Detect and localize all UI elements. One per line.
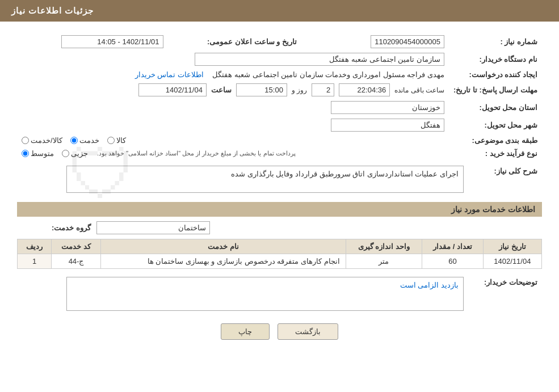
button-row: بازگشت چاپ — [17, 323, 542, 340]
buyer-name-value: سازمان تامین اجتماعی شعبه هفتگل — [195, 53, 444, 66]
row-date: 1402/11/04 — [483, 254, 541, 269]
radio-partial-input[interactable] — [62, 150, 69, 157]
buyer-notes-value: بازدید الزامی است — [400, 281, 459, 289]
creator-value: مهدی فراجه مسئول امورداری وخدمات سازمان … — [212, 70, 444, 79]
row-code: ج-44 — [52, 254, 101, 269]
col-code: کد خدمت — [52, 239, 101, 254]
row-unit: متر — [346, 254, 422, 269]
category-radio-group: کالا/خدمت خدمت کالا — [22, 136, 444, 145]
city-label: شهر محل تحویل: — [449, 116, 542, 134]
announce-date-value: 1402/11/01 - 14:05 — [61, 35, 163, 48]
col-name: نام خدمت — [101, 239, 346, 254]
row-number: 1 — [18, 254, 52, 269]
col-unit: واحد اندازه گیری — [346, 239, 422, 254]
buyer-notes-box: بازدید الزامی است — [66, 277, 464, 311]
radio-goods-input[interactable] — [107, 137, 115, 144]
row-count: 60 — [422, 254, 484, 269]
back-button[interactable]: بازگشت — [278, 323, 338, 340]
purchase-type-radio-group: متوسط جزیی — [22, 149, 88, 158]
table-row: 1402/11/04 60 متر انجام کارهای متفرقه در… — [18, 254, 542, 269]
radio-goods-service-input[interactable] — [22, 137, 29, 144]
need-number-value: 1102090454000005 — [371, 35, 444, 48]
purchase-type-label: نوع فرآیند خرید : — [449, 147, 542, 160]
page-title: جزئیات اطلاعات نیاز — [11, 6, 94, 15]
description-value: اجرای عملیات استانداردسازی اتاق سرورطبق … — [66, 166, 464, 193]
service-group-row: گروه خدمت: ساختمان — [17, 221, 542, 234]
print-button[interactable]: چاپ — [221, 323, 270, 340]
remaining-time-value: 22:04:36 — [339, 83, 390, 96]
announce-date-label: تاریخ و ساعت اعلان عمومی: — [168, 33, 301, 50]
page-header: جزئیات اطلاعات نیاز — [0, 0, 559, 22]
remaining-day-value: 2 — [312, 83, 334, 96]
province-value: خوزستان — [331, 101, 444, 114]
radio-medium: متوسط — [22, 149, 54, 158]
creator-label: ایجاد کننده درخواست: — [449, 68, 542, 81]
radio-service-label: خدمت — [79, 136, 99, 145]
radio-medium-label: متوسط — [31, 149, 54, 158]
deadline-time-label: ساعت — [211, 86, 232, 94]
radio-goods: کالا — [107, 136, 126, 145]
purchase-notice: پرداخت تمام یا بخشی از مبلغ خریدار از مح… — [97, 150, 296, 157]
deadline-time-value: 15:00 — [236, 83, 287, 96]
notes-table: توضیحات خریدار: بازدید الزامی است — [17, 275, 542, 313]
radio-medium-input[interactable] — [22, 150, 29, 157]
col-count: تعداد / مقدار — [422, 239, 484, 254]
row-name: انجام کارهای متفرقه درخصوص بازسازی و بهس… — [101, 254, 346, 269]
buyer-name-label: نام دستگاه خریدار: — [449, 50, 542, 68]
city-value: هفتگل — [331, 119, 444, 132]
deadline-date-value: 1402/11/04 — [138, 83, 207, 96]
services-section-title: اطلاعات خدمات مورد نیاز — [17, 202, 542, 217]
radio-goods-label: کالا — [116, 136, 126, 145]
need-number-label: شماره نیاز : — [449, 33, 542, 50]
buyer-notes-label: توضیحات خریدار: — [468, 275, 542, 313]
category-label: طبقه بندی موضوعی: — [449, 134, 542, 147]
service-group-label: گروه خدمت: — [17, 224, 91, 232]
contact-link[interactable]: اطلاعات تماس خریدار — [135, 70, 204, 79]
description-label: شرح کلی نیاز: — [468, 163, 542, 195]
radio-goods-service: کالا/خدمت — [22, 136, 62, 145]
remaining-label: ساعت باقی مانده — [394, 86, 444, 94]
description-table: شرح کلی نیاز: اجرای عملیات استانداردسازی… — [17, 163, 542, 195]
radio-service: خدمت — [70, 136, 99, 145]
radio-service-input[interactable] — [70, 137, 78, 144]
province-label: استان محل تحویل: — [449, 99, 542, 116]
remaining-day-label: روز و — [292, 86, 307, 94]
radio-partial-label: جزیی — [71, 149, 88, 158]
description-text: اجرای عملیات استانداردسازی اتاق سرورطبق … — [231, 170, 459, 178]
col-date: تاریخ نیاز — [483, 239, 541, 254]
service-group-value: ساختمان — [96, 221, 210, 234]
radio-partial: جزیی — [62, 149, 88, 158]
col-row: ردیف — [18, 239, 52, 254]
services-table: تاریخ نیاز تعداد / مقدار واحد اندازه گیر… — [17, 239, 542, 269]
radio-goods-service-label: کالا/خدمت — [31, 136, 62, 145]
send-deadline-label: مهلت ارسال پاسخ: تا تاریخ: — [449, 81, 542, 99]
main-info-table: شماره نیاز : 1102090454000005 تاریخ و سا… — [17, 33, 542, 160]
